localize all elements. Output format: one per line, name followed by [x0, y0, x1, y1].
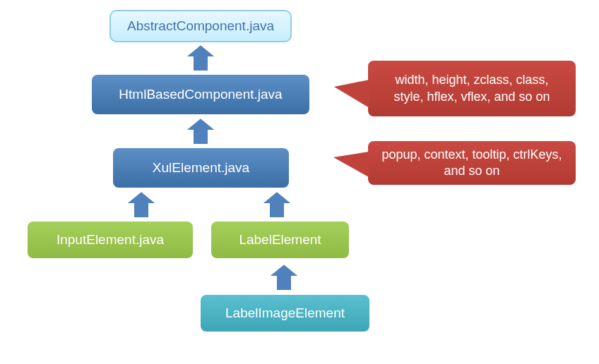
arrow-up-icon: [261, 191, 292, 218]
svg-marker-3: [261, 191, 292, 218]
arrow-up-icon: [185, 44, 216, 71]
node-label: XulElement.java: [153, 160, 249, 176]
svg-marker-0: [185, 44, 216, 71]
node-input-element: InputElement.java: [26, 220, 194, 260]
node-label-element: LabelElement: [210, 220, 350, 260]
node-xul-element: XulElement.java: [112, 147, 290, 189]
arrow-up-icon: [185, 118, 216, 145]
callout-tail-icon: [334, 80, 369, 108]
node-label-image-element: LabelImageElement: [199, 293, 371, 333]
svg-marker-4: [268, 264, 300, 291]
node-label: HtmlBasedComponent.java: [119, 87, 282, 102]
callout-text: popup, context, tooltip, ctrlKeys, and s…: [379, 147, 564, 180]
svg-marker-1: [185, 118, 216, 145]
node-html-based-component: HtmlBasedComponent.java: [90, 73, 311, 116]
arrow-up-icon: [268, 264, 300, 291]
arrow-up-icon: [126, 191, 157, 218]
node-label: LabelImageElement: [225, 305, 345, 321]
node-label: AbstractComponent.java: [127, 18, 274, 34]
callout-text: width, height, zclass, class, style, hfl…: [379, 72, 564, 105]
node-abstract-component: AbstractComponent.java: [109, 10, 292, 42]
node-label: LabelElement: [239, 232, 321, 248]
node-label: InputElement.java: [57, 232, 164, 248]
callout-tail-icon: [333, 152, 369, 177]
callout-xul-element-attrs: popup, context, tooltip, ctrlKeys, and s…: [367, 140, 577, 186]
svg-marker-2: [126, 191, 157, 218]
callout-html-based-attrs: width, height, zclass, class, style, hfl…: [367, 59, 577, 118]
